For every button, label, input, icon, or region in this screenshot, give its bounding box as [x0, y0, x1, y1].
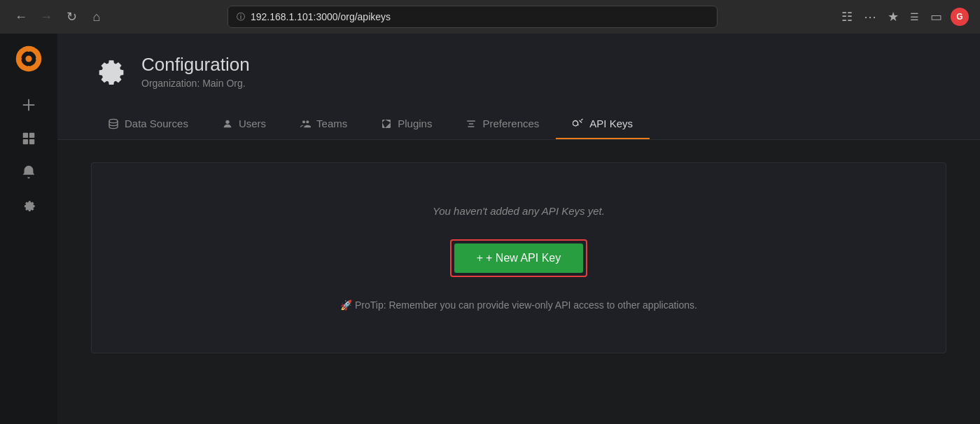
grafana-logo[interactable] [12, 42, 46, 76]
refresh-button[interactable]: ↻ [62, 7, 81, 27]
sidebar-toggle-icon[interactable]: ▭ [927, 6, 945, 27]
svg-point-2 [25, 55, 31, 62]
page-title-row: Configuration Organization: Main Org. [91, 53, 946, 90]
svg-point-16 [306, 120, 309, 123]
page-title: Configuration [141, 54, 250, 76]
library-icon[interactable]: ☰ [907, 8, 922, 25]
teams-icon [300, 118, 311, 129]
svg-rect-3 [27, 47, 29, 52]
tab-users[interactable]: Users [205, 109, 283, 139]
url-text: 192.168.1.101:3000/org/apikeys [251, 11, 391, 22]
svg-rect-12 [29, 139, 34, 144]
app-container: Configuration Organization: Main Org. Da… [0, 34, 980, 424]
tab-preferences[interactable]: Preferences [449, 109, 556, 139]
svg-point-14 [225, 120, 229, 123]
data-sources-icon [108, 118, 119, 129]
svg-rect-6 [36, 57, 41, 59]
browser-toolbar: ☷ ⋯ ★ ☰ ▭ G [839, 6, 969, 27]
browser-chrome: ← → ↻ ⌂ ⓘ 192.168.1.101:3000/org/apikeys… [0, 0, 980, 34]
api-keys-panel: You haven't added any API Keys yet. + + … [91, 162, 946, 353]
tab-data-sources[interactable]: Data Sources [91, 109, 205, 139]
content-area: You haven't added any API Keys yet. + + … [57, 140, 980, 424]
grid-icon [21, 131, 36, 146]
svg-rect-5 [17, 57, 22, 59]
extensions-icon[interactable]: ☷ [839, 6, 855, 27]
sidebar [0, 34, 57, 424]
sidebar-item-dashboards[interactable] [10, 123, 47, 154]
svg-point-15 [302, 120, 305, 123]
sidebar-item-settings[interactable] [10, 190, 47, 221]
api-keys-icon [573, 118, 584, 129]
user-avatar[interactable]: G [951, 8, 969, 26]
svg-rect-10 [29, 133, 34, 138]
configuration-icon [91, 53, 127, 90]
address-bar[interactable]: ⓘ 192.168.1.101:3000/org/apikeys [227, 6, 718, 28]
back-button[interactable]: ← [11, 7, 31, 27]
new-api-key-wrapper: + + New API Key [450, 239, 588, 277]
nav-buttons: ← → ↻ ⌂ [11, 7, 106, 27]
sidebar-item-add[interactable] [10, 90, 47, 120]
tab-api-keys[interactable]: API Keys [556, 109, 650, 139]
svg-rect-9 [23, 133, 28, 138]
svg-point-13 [109, 119, 118, 122]
svg-rect-8 [23, 104, 35, 106]
tab-plugins[interactable]: Plugins [364, 109, 449, 139]
config-tabs: Data Sources Users Teams Plugins Prefere… [91, 109, 946, 139]
svg-rect-11 [23, 139, 28, 144]
sidebar-item-notifications[interactable] [10, 157, 47, 188]
forward-button[interactable]: → [36, 7, 56, 27]
home-button[interactable]: ⌂ [87, 7, 106, 27]
grafana-logo-icon [15, 45, 42, 72]
preferences-icon [465, 118, 477, 129]
users-icon [222, 118, 233, 129]
main-content: Configuration Organization: Main Org. Da… [57, 34, 980, 424]
gear-icon [21, 198, 36, 213]
tab-teams[interactable]: Teams [283, 109, 364, 139]
new-api-key-button[interactable]: + + New API Key [454, 243, 584, 273]
protip-text: 🚀 ProTip: Remember you can provide view-… [340, 299, 697, 311]
more-menu-icon[interactable]: ⋯ [861, 6, 879, 27]
bell-icon [21, 164, 36, 180]
bookmark-icon[interactable]: ★ [885, 6, 902, 27]
config-gear-icon [91, 53, 127, 90]
plugins-icon [381, 118, 392, 129]
lock-icon: ⓘ [237, 11, 245, 23]
plus-icon [21, 97, 36, 113]
page-header: Configuration Organization: Main Org. Da… [57, 34, 980, 140]
svg-rect-4 [27, 66, 29, 71]
plus-icon: + [477, 252, 483, 264]
page-subtitle: Organization: Main Org. [141, 78, 250, 89]
empty-state-message: You haven't added any API Keys yet. [433, 205, 605, 217]
page-title-text: Configuration Organization: Main Org. [141, 54, 250, 88]
